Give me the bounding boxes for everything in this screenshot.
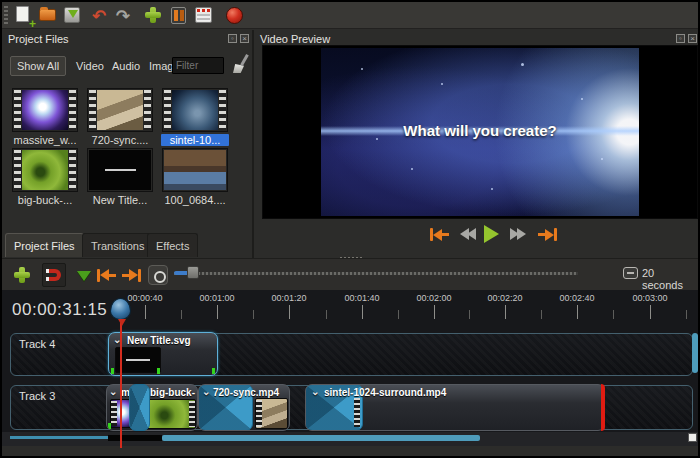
clip-trim-edge[interactable] [601,384,605,431]
rewind-button[interactable] [460,228,476,240]
float-panel-icon[interactable]: ◦ [228,34,237,43]
center-playhead-icon [148,265,168,285]
ff-icon2 [517,228,526,240]
ruler-label: 00:03:00 [620,293,680,303]
end-bar-icon [554,228,557,241]
transport-controls [254,220,700,258]
file-thumbnail [162,88,228,132]
rewind-icon2 [467,228,476,240]
choose-profile-button[interactable] [168,5,190,26]
file-item-newtitle[interactable]: New Title... [86,148,154,206]
video-preview-area[interactable]: What will you create? [262,45,698,219]
clip-thumbnail [143,399,196,429]
file-item-720sync[interactable]: 720-sync.... [86,88,154,146]
file-thumbnail [87,88,153,132]
ruler-label: 00:02:40 [547,293,607,303]
undo-icon: ↶ [92,6,106,26]
status-bar [2,446,698,456]
ruler-label: 00:02:00 [404,293,464,303]
main-toolbar: + ↶ ↷ [2,2,698,29]
record-icon [226,7,243,24]
play-button[interactable] [484,225,499,243]
file-item-sintel[interactable]: sintel-10... [161,88,229,146]
resize-handle[interactable] [111,368,114,374]
timeline-area[interactable]: 00:00:31:15 00:00:40 00:01:00 00:01:20 0… [2,290,698,434]
resize-handle[interactable] [212,368,215,374]
stem-icon [109,274,116,277]
redo-button[interactable]: ↷ [112,5,134,26]
vertical-scroll-thumb[interactable] [692,333,698,373]
horizontal-scrollbar[interactable] [2,432,698,446]
clip-menu-icon[interactable]: ⌄ [109,386,117,397]
center-on-playhead-button[interactable] [146,263,170,287]
ruler-label: 00:02:20 [475,293,535,303]
playhead-tip [118,319,126,326]
playhead-line[interactable] [120,312,122,448]
zoom-slider-thumb[interactable] [187,266,199,279]
filter-show-all-button[interactable]: Show All [10,56,66,76]
clip-720-sync[interactable]: ⌄ 720-sync.mp4 [198,384,290,431]
jump-to-start-button[interactable] [430,228,449,241]
open-project-button[interactable] [37,5,59,26]
file-name: massive_w... [11,134,79,146]
timeline-scale-icon [623,267,638,279]
clip-label: sintel-1024-surround.mp4 [324,387,446,398]
clip-sintel[interactable]: ⌄ sintel-1024-surround.mp4 [305,384,605,431]
scroll-track-line [10,436,108,439]
project-files-header: Project Files [8,33,69,50]
filter-audio-button[interactable]: Audio [108,56,144,76]
clear-filter-icon[interactable] [230,54,248,74]
arrow-stem-icon [538,233,545,236]
bar-icon [138,269,141,282]
float-preview-icon[interactable]: ◦ [676,34,685,43]
close-preview-icon[interactable]: × [688,34,697,43]
video-caption-text: What will you create? [321,122,639,139]
fast-forward-button[interactable] [510,228,526,240]
file-item-bigbuck[interactable]: big-buck-... [11,148,79,206]
scrollbar-corner [688,433,697,442]
add-track-icon [14,267,30,283]
tab-project-files[interactable]: Project Files [5,233,84,257]
previous-marker-button[interactable] [94,263,118,287]
add-track-button[interactable] [10,263,34,287]
export-video-button[interactable] [193,5,215,26]
new-project-button[interactable]: + [12,5,34,26]
close-panel-icon[interactable]: × [240,34,249,43]
horizontal-scroll-thumb[interactable] [162,435,480,441]
filter-input[interactable] [172,57,224,74]
file-thumbnail [12,148,78,192]
file-thumbnail [87,148,153,192]
resize-handle[interactable] [157,368,160,374]
next-marker-button[interactable] [120,263,144,287]
video-frame: What will you create? [321,48,639,216]
toolbar-drag-handle[interactable] [4,6,8,24]
clip-menu-icon[interactable]: ⌄ [202,386,210,397]
zoom-slider-track[interactable] [174,272,578,275]
redo-icon: ↷ [116,6,130,26]
filter-video-button[interactable]: Video [72,56,108,76]
import-files-button[interactable] [142,5,164,26]
add-marker-button[interactable] [72,263,96,287]
clip-label: New Title.svg [127,335,191,346]
snapping-toggle-button[interactable] [42,263,66,287]
clip-new-title[interactable]: ⌄ New Title.svg [108,332,218,376]
tab-effects[interactable]: Effects [147,233,198,257]
tab-transitions[interactable]: Transitions [82,233,153,257]
playhead-marker[interactable] [110,298,131,320]
track-name: Track 4 [19,338,55,350]
record-button[interactable] [224,5,246,26]
transition-1[interactable] [129,384,150,431]
save-project-button[interactable] [61,5,83,26]
save-icon [64,7,80,23]
file-name: New Title... [86,194,154,206]
undo-button[interactable]: ↶ [88,5,110,26]
video-preview-title: Video Preview [260,33,330,45]
file-name: 100_0684.... [161,194,229,206]
jump-to-end-button[interactable] [538,228,557,241]
track-name: Track 3 [19,390,55,402]
scroll-gap [108,435,162,441]
file-item-100-0684[interactable]: 100_0684.... [161,148,229,206]
file-item-massive[interactable]: massive_w... [11,88,79,146]
resize-handle[interactable] [108,423,111,429]
clip-menu-icon[interactable]: ⌄ [311,386,319,397]
